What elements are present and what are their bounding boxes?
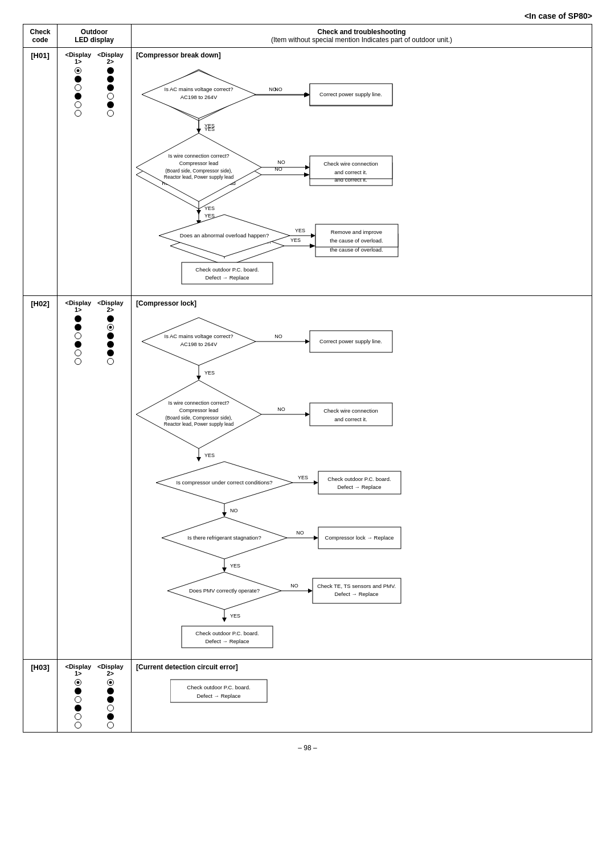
dot-h01-d1-2: [75, 76, 81, 83]
svg-marker-106: [222, 512, 227, 517]
svg-rect-132: [170, 680, 267, 702]
dot-h03-d2-1: [107, 679, 114, 686]
led-dots-h03: [62, 679, 126, 729]
svg-rect-102: [318, 471, 401, 494]
svg-marker-50: [305, 165, 310, 170]
page-title: <In case of SP80>: [23, 11, 592, 20]
svg-marker-42: [196, 129, 201, 133]
dot-h03-d1-2: [75, 688, 81, 694]
svg-text:Compressor lock → Replace: Compressor lock → Replace: [325, 534, 394, 541]
dot-h01-d1-4: [75, 93, 81, 100]
svg-marker-64: [311, 233, 315, 238]
svg-text:Correct power supply line.: Correct power supply line.: [319, 338, 382, 344]
led-dots-h01: [62, 67, 126, 117]
header-led-display: OutdoorLED display: [58, 24, 132, 48]
display1-label-h02: <Display 1>: [62, 299, 95, 313]
svg-text:AC198 to 264V: AC198 to 264V: [181, 341, 218, 347]
section-title-h02: [Compressor lock]: [136, 299, 587, 307]
dot-h03-d1-6: [75, 722, 81, 729]
dot-h01-d1-3: [75, 84, 81, 91]
dot-h02-d1-5: [75, 349, 81, 356]
dot-h01-d2-6: [107, 110, 114, 117]
svg-text:NO: NO: [277, 406, 285, 412]
flowchart-h02-svg2: Check outdoor P.C. board. Defect → Repla…: [170, 623, 370, 655]
header-check-code: Checkcode: [23, 24, 58, 48]
svg-text:YES: YES: [204, 123, 215, 129]
dot-h03-d2-2: [107, 688, 114, 694]
display2-label-h02: <Display 2>: [95, 299, 127, 313]
svg-text:YES: YES: [204, 370, 215, 376]
led-col1-h03: [75, 679, 81, 729]
flowchart-h01-svg2: Check outdoor P.C. board. Defect → Repla…: [170, 260, 427, 291]
dot-h01-d1-5: [75, 101, 81, 108]
dot-h03-d2-5: [107, 713, 114, 720]
table-row-h03: [H03] <Display 1> <Display 2>: [23, 660, 592, 733]
dot-h02-d2-5: [107, 349, 114, 356]
svg-text:YES: YES: [295, 228, 305, 233]
table-header: Checkcode OutdoorLED display Check and t…: [23, 24, 592, 48]
dot-h02-d1-6: [75, 358, 81, 365]
dot-h02-d2-3: [107, 332, 114, 339]
svg-text:NO: NO: [296, 530, 304, 536]
dot-h01-d2-4: [107, 93, 114, 100]
svg-text:Remove and improve: Remove and improve: [331, 229, 382, 235]
svg-text:Check outdoor P.C. board.: Check outdoor P.C. board.: [195, 266, 259, 273]
dot-h02-d1-1: [75, 315, 81, 322]
svg-text:Reactor lead, Power supply lea: Reactor lead, Power supply lead: [164, 421, 234, 427]
svg-text:Check wire connection: Check wire connection: [323, 408, 378, 414]
svg-text:Defect → Replace: Defect → Replace: [205, 638, 249, 644]
main-table: Checkcode OutdoorLED display Check and t…: [23, 24, 592, 733]
svg-marker-83: [136, 380, 261, 449]
display2-label-h01: <Display 2>: [95, 51, 127, 65]
led-col1-h01: [75, 67, 81, 117]
svg-marker-116: [222, 567, 227, 572]
led-col2-h03: [107, 679, 114, 729]
svg-text:NO: NO: [290, 583, 298, 589]
svg-text:Check outdoor P.C. board.: Check outdoor P.C. board.: [187, 684, 250, 690]
led-display-h02: <Display 1> <Display 2>: [58, 296, 132, 660]
dot-h02-d2-4: [107, 341, 114, 348]
led-col2-h01: [107, 67, 114, 117]
page-footer: – 98 –: [23, 744, 592, 752]
svg-marker-37: [305, 92, 310, 97]
led-col2-h02: [107, 315, 114, 365]
svg-text:Compressor lead: Compressor lead: [179, 161, 219, 166]
svg-text:(Board side, Compressor side),: (Board side, Compressor side),: [165, 415, 232, 421]
led-display-h03: <Display 1> <Display 2>: [58, 660, 132, 733]
svg-marker-76: [305, 339, 310, 344]
svg-marker-100: [314, 480, 318, 485]
svg-text:Is wire connection correct?: Is wire connection correct?: [168, 153, 229, 159]
svg-text:Is AC mains voltage correct?: Is AC mains voltage correct?: [165, 86, 233, 92]
svg-text:YES: YES: [298, 475, 308, 480]
svg-text:(Board side, Compressor side),: (Board side, Compressor side),: [165, 168, 232, 174]
dot-h01-d1-6: [75, 110, 81, 117]
svg-text:Defect → Replace: Defect → Replace: [205, 274, 249, 281]
led-header-h02: <Display 1> <Display 2>: [62, 299, 126, 313]
dot-h01-d2-5: [107, 101, 114, 108]
dot-h01-d2-1: [107, 67, 114, 74]
svg-text:Is there refrigerant stagnatio: Is there refrigerant stagnation?: [187, 534, 261, 541]
svg-text:Check outdoor P.C. board.: Check outdoor P.C. board.: [195, 630, 259, 636]
led-col1-h02: [75, 315, 81, 365]
svg-rect-66: [315, 224, 398, 247]
dot-h02-d2-2: [107, 324, 114, 331]
svg-text:Is compressor under correct co: Is compressor under correct conditions?: [177, 479, 273, 486]
flowchart-h03-div: Check outdoor P.C. board. Defect → Repla…: [170, 677, 587, 712]
svg-text:Defect → Replace: Defect → Replace: [196, 693, 240, 699]
svg-text:Check wire connection: Check wire connection: [323, 161, 378, 167]
troubleshoot-h02: [Compressor lock] Is AC mains voltage co…: [132, 296, 592, 660]
svg-text:YES: YES: [204, 205, 215, 211]
dot-h01-d2-2: [107, 76, 114, 83]
svg-marker-81: [196, 376, 201, 380]
svg-text:Check outdoor P.C. board.: Check outdoor P.C. board.: [327, 476, 391, 482]
svg-marker-111: [314, 536, 318, 540]
check-code-h02: [H02]: [23, 296, 58, 660]
svg-text:the cause of overload.: the cause of overload.: [330, 237, 383, 244]
dot-h03-d1-5: [75, 713, 81, 720]
dot-h03-d2-6: [107, 722, 114, 729]
svg-text:and correct it.: and correct it.: [334, 169, 367, 175]
svg-text:YES: YES: [230, 613, 240, 619]
svg-marker-95: [196, 457, 201, 462]
dot-h02-d1-2: [75, 324, 81, 331]
header-troubleshoot: Check and troubleshooting(Item without s…: [132, 24, 592, 48]
